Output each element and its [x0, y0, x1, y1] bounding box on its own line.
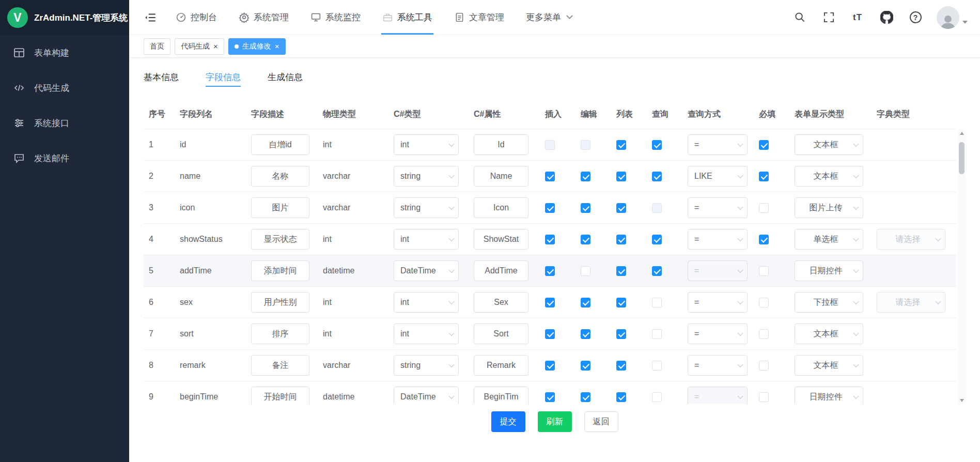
tag-home[interactable]: 首页 — [144, 38, 170, 55]
field-desc-input[interactable] — [251, 166, 309, 187]
cs-prop-input[interactable] — [474, 387, 528, 404]
user-menu[interactable] — [937, 6, 968, 29]
tab-field-info[interactable]: 字段信息 — [206, 66, 241, 88]
display-type-select[interactable]: 文本框 — [795, 324, 863, 344]
field-desc-input[interactable] — [251, 387, 309, 404]
display-type-select[interactable]: 日期控件 — [795, 260, 863, 281]
tab-basic-info[interactable]: 基本信息 — [144, 66, 179, 88]
query-checkbox[interactable] — [652, 140, 662, 150]
insert-checkbox[interactable] — [545, 266, 555, 276]
close-icon[interactable]: × — [213, 42, 218, 50]
cs-type-select[interactable]: string — [394, 355, 459, 376]
topnav-item-system-monitor[interactable]: 系统监控 — [309, 0, 362, 35]
cs-type-select[interactable]: int — [394, 324, 459, 344]
query-checkbox[interactable] — [652, 172, 662, 181]
query-type-select[interactable]: = — [688, 324, 748, 344]
insert-checkbox[interactable] — [545, 361, 555, 371]
required-checkbox[interactable] — [759, 172, 769, 181]
insert-checkbox[interactable] — [545, 235, 555, 244]
required-checkbox[interactable] — [759, 392, 769, 402]
field-desc-input[interactable] — [251, 260, 309, 281]
list-checkbox[interactable] — [616, 235, 626, 244]
field-desc-input[interactable] — [251, 355, 309, 376]
cs-prop-input[interactable] — [474, 197, 528, 218]
tag-gen-modify[interactable]: 生成修改 × — [228, 38, 286, 55]
field-desc-input[interactable] — [251, 197, 309, 218]
list-checkbox[interactable] — [616, 392, 626, 402]
required-checkbox[interactable] — [759, 329, 769, 339]
cs-prop-input[interactable] — [474, 229, 528, 250]
topnav-item-dashboard[interactable]: 控制台 — [175, 0, 218, 35]
query-type-select[interactable]: = — [688, 292, 748, 313]
sidebar-collapse-icon[interactable] — [142, 9, 159, 26]
query-checkbox[interactable] — [652, 298, 662, 307]
query-checkbox[interactable] — [652, 329, 662, 339]
search-icon[interactable] — [792, 10, 807, 25]
help-icon[interactable] — [908, 10, 923, 25]
scroll-down-arrow[interactable] — [958, 396, 966, 404]
cs-prop-input[interactable] — [474, 324, 528, 344]
close-icon[interactable]: × — [275, 42, 279, 50]
field-desc-input[interactable] — [251, 292, 309, 313]
display-type-select[interactable]: 文本框 — [795, 134, 863, 155]
refresh-button[interactable]: 刷新 — [538, 411, 572, 432]
cs-type-select[interactable]: string — [394, 197, 459, 218]
edit-checkbox[interactable] — [581, 298, 590, 307]
topnav-item-article-manage[interactable]: 文章管理 — [453, 0, 505, 35]
dict-type-select[interactable]: 请选择 — [877, 292, 945, 313]
cs-type-select[interactable]: DateTime — [394, 260, 459, 281]
edit-checkbox[interactable] — [581, 392, 590, 402]
list-checkbox[interactable] — [616, 140, 626, 150]
insert-checkbox[interactable] — [545, 203, 555, 213]
display-type-select[interactable]: 下拉框 — [795, 292, 863, 313]
edit-checkbox[interactable] — [581, 235, 590, 244]
query-checkbox[interactable] — [652, 392, 662, 402]
query-type-select[interactable]: = — [688, 355, 748, 376]
topnav-item-system-manage[interactable]: 系统管理 — [238, 0, 290, 35]
query-checkbox[interactable] — [652, 235, 662, 244]
sidebar-item-code-gen[interactable]: 代码生成 — [0, 70, 129, 105]
list-checkbox[interactable] — [616, 298, 626, 307]
submit-button[interactable]: 提交 — [491, 411, 525, 432]
required-checkbox[interactable] — [759, 235, 769, 244]
cs-type-select[interactable]: string — [394, 166, 459, 187]
table-scrollbar[interactable] — [958, 129, 966, 404]
list-checkbox[interactable] — [616, 361, 626, 371]
font-size-icon[interactable]: tT — [850, 10, 865, 25]
tag-code-gen[interactable]: 代码生成 × — [175, 38, 224, 55]
edit-checkbox[interactable] — [581, 266, 590, 276]
insert-checkbox[interactable] — [545, 329, 555, 339]
sidebar-item-system-api[interactable]: 系统接口 — [0, 105, 129, 141]
required-checkbox[interactable] — [759, 203, 769, 213]
cs-type-select[interactable]: int — [394, 292, 459, 313]
cs-type-select[interactable]: int — [394, 134, 459, 155]
edit-checkbox[interactable] — [581, 203, 590, 213]
required-checkbox[interactable] — [759, 298, 769, 307]
cs-type-select[interactable]: DateTime — [394, 387, 459, 404]
dict-type-select[interactable]: 请选择 — [877, 229, 945, 250]
scroll-up-arrow[interactable] — [958, 129, 966, 137]
query-type-select[interactable]: = — [688, 197, 748, 218]
query-type-select[interactable]: = — [688, 134, 748, 155]
list-checkbox[interactable] — [616, 266, 626, 276]
cs-prop-input[interactable] — [474, 260, 528, 281]
topnav-item-system-tools[interactable]: 系统工具 — [381, 0, 433, 35]
insert-checkbox[interactable] — [545, 392, 555, 402]
required-checkbox[interactable] — [759, 361, 769, 371]
required-checkbox[interactable] — [759, 140, 769, 150]
query-type-select[interactable]: = — [688, 229, 748, 250]
display-type-select[interactable]: 文本框 — [795, 166, 863, 187]
sidebar-item-form-builder[interactable]: 表单构建 — [0, 35, 129, 70]
list-checkbox[interactable] — [616, 172, 626, 181]
scrollbar-thumb[interactable] — [959, 142, 965, 174]
edit-checkbox[interactable] — [581, 361, 590, 371]
field-desc-input[interactable] — [251, 229, 309, 250]
field-desc-input[interactable] — [251, 134, 309, 155]
edit-checkbox[interactable] — [581, 329, 590, 339]
scrollbar-track[interactable] — [958, 137, 966, 396]
display-type-select[interactable]: 单选框 — [795, 229, 863, 250]
cs-prop-input[interactable] — [474, 166, 528, 187]
sidebar-item-send-mail[interactable]: 发送邮件 — [0, 141, 129, 176]
query-type-select[interactable]: LIKE — [688, 166, 748, 187]
github-icon[interactable] — [879, 10, 894, 25]
